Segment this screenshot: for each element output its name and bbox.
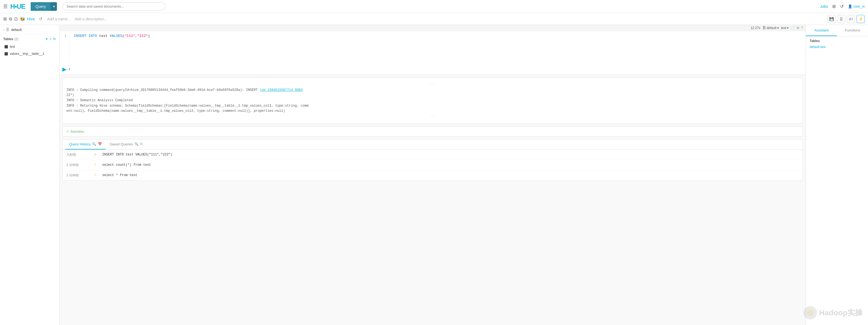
search-icon-saved[interactable]: 🔍 (134, 142, 138, 146)
main-layout: ‹ 🗄 default Tables (2) ▾ + ↻ ⬛ test ⬛ va… (0, 25, 868, 325)
editor-undo-icon[interactable]: ↺ (39, 16, 42, 22)
output-arrow[interactable]: ▾ (69, 67, 70, 71)
database-icon: 🗄 (6, 28, 9, 32)
new-query-icon[interactable]: ⊞ (3, 16, 7, 22)
output-options: ▾ (69, 67, 70, 71)
table-name: test (10, 45, 15, 49)
filter-icon[interactable]: ▾ (46, 37, 48, 41)
table-name: values__tmp__table__1 (10, 52, 44, 56)
history-query[interactable]: select * from test (102, 173, 799, 177)
history-time: 2 分钟前 (66, 173, 88, 178)
code-content-area[interactable]: 1 INSERT INTO test VALUES("111","222") (60, 31, 806, 64)
right-sidebar: Assistant Functions Tables default.test (806, 25, 868, 325)
editor-name-section: 🐝 Hive ↺ Add a name... Add a description… (20, 16, 107, 22)
log-line-1: INFO : Compiling command(queryId=hive_20… (66, 88, 799, 93)
add-table-icon[interactable]: + (49, 37, 52, 41)
info-log: ··· INFO : Compiling command(queryId=hiv… (62, 78, 803, 124)
history-row: 2 分钟前 ! select count(*) from test (63, 160, 803, 170)
log-dots-bottom: ··· (66, 115, 799, 119)
history-table: 几秒前 ✓ INSERT INTO test VALUES("111","222… (63, 150, 803, 180)
history-row: 2 分钟前 ! select * from test (63, 170, 803, 180)
history-query[interactable]: select count(*) from test (102, 163, 799, 167)
results-area: ··· INFO : Compiling command(queryId=hiv… (60, 75, 806, 325)
table-item[interactable]: ⬛ values__tmp__table__1 (0, 50, 59, 57)
editor-toolbar-bar: ⊞ ⧉ ⊡ 🐝 Hive ↺ Add a name... Add a descr… (0, 13, 868, 25)
hamburger-icon[interactable]: ☰ (3, 3, 8, 9)
editor-type-label: Hive (27, 17, 35, 21)
query-history-tab-label: Query History (69, 142, 91, 146)
table-icon: ⬛ (4, 52, 8, 56)
save-doc-button[interactable]: 💾 (827, 15, 835, 23)
editor-meta: 12.27s 🗄 default ▾ text ▾ 📄 ⚙ ? (751, 26, 803, 30)
user-menu[interactable]: 👤 user_w (848, 4, 865, 8)
history-row: 几秒前 ✓ INSERT INTO test VALUES("111","222… (63, 150, 803, 160)
log-dots-top: ··· (66, 82, 799, 87)
query-button-group: Query ▾ (31, 2, 57, 11)
table-item[interactable]: ⬛ test (0, 43, 59, 50)
top-navigation: ☰ H•UE Query ▾ Jobs ⊞ ↺ 👤 user_w (0, 0, 868, 13)
left-sidebar: ‹ 🗄 default Tables (2) ▾ + ↻ ⬛ test ⬛ va… (0, 25, 60, 325)
history-time: 2 分钟前 (66, 163, 88, 167)
tags-button[interactable]: 🏷 (847, 15, 855, 23)
jobs-filter-icon[interactable]: ⊞ (832, 4, 836, 9)
success-message: ✓ Success. (62, 126, 803, 137)
code-editor: 12.27s 🗄 default ▾ text ▾ 📄 ⚙ ? 1 (60, 25, 806, 75)
editor-meta-toolbar: 12.27s 🗄 default ▾ text ▾ 📄 ⚙ ? (60, 25, 806, 31)
editor-area: 12.27s 🗄 default ▾ text ▾ 📄 ⚙ ? 1 (60, 25, 806, 325)
sidebar-collapse-arrow[interactable]: ‹ (3, 28, 4, 32)
hue-logo-h: H (10, 3, 14, 10)
history-time: 几秒前 (66, 152, 88, 157)
jobs-link[interactable]: Jobs (820, 4, 828, 9)
database-row: ‹ 🗄 default (0, 25, 59, 35)
history-status-ok: ✓ (92, 153, 98, 156)
tables-count: (2) (14, 37, 19, 41)
type-selector[interactable]: text ▾ (781, 26, 788, 30)
calendar-icon[interactable]: 📅 (98, 142, 102, 146)
tab-saved-queries[interactable]: Saved Queries 🔍 ↻ (106, 140, 147, 149)
tab-assistant[interactable]: Assistant (806, 25, 837, 36)
run-button-area: ▶ ▾ (60, 64, 806, 75)
toolbar-right: 💾 ☰ 🏷 ⚡ (827, 15, 865, 23)
refresh-icon[interactable]: ↻ (140, 142, 143, 146)
share-button[interactable]: ⚡ (857, 15, 865, 23)
editor-meta-icons: 📄 ⚙ ? (791, 26, 803, 30)
add-description-input[interactable]: Add a description... (74, 17, 107, 21)
log-line-3: INFO : Returning Hive schema: Schema(fie… (66, 104, 799, 109)
log-line-3b: ent:null), FieldSchema(name:values__tmp_… (66, 109, 799, 114)
log-line-2: INFO : Semantic Analysis Completed (66, 98, 799, 103)
query-dropdown-button[interactable]: ▾ (51, 2, 57, 10)
log-line-1b: 22") (66, 93, 799, 98)
search-input[interactable] (62, 2, 165, 10)
line-numbers: 1 (60, 34, 69, 61)
run-query-button[interactable]: ▶ (62, 66, 66, 72)
add-name-input[interactable]: Add a name... (47, 17, 71, 21)
copy-icon[interactable]: ⧉ (9, 17, 12, 22)
history-status-warn: ! (92, 173, 98, 177)
tab-query-history[interactable]: Query History 🔍 📅 (65, 140, 106, 149)
query-main-button[interactable]: Query (31, 2, 51, 11)
settings-icon[interactable]: ⚙ (797, 26, 799, 30)
success-text: ✓ Success. (66, 129, 85, 134)
history-status-warn: ! (92, 163, 98, 167)
table-icon: ⬛ (4, 45, 8, 49)
database-name[interactable]: default (11, 28, 22, 32)
doc-save-icon[interactable]: 📄 (791, 26, 795, 30)
list-view-button[interactable]: ☰ (837, 15, 845, 23)
right-table-item[interactable]: default.test (806, 44, 868, 50)
archive-icon[interactable]: ⊡ (14, 16, 18, 22)
job-link[interactable]: job_1504615587714_0003 (260, 88, 303, 92)
undo-icon[interactable]: ↺ (840, 4, 844, 9)
search-icon[interactable]: 🔍 (92, 142, 96, 146)
hue-logo: H•UE (10, 3, 25, 10)
hue-logo-dot: • (14, 3, 17, 10)
history-query[interactable]: INSERT INTO test VALUES("111","222") (102, 153, 799, 156)
hue-logo-ue: UE (17, 3, 25, 10)
query-history-section: Query History 🔍 📅 Saved Queries 🔍 ↻ 几秒前 … (62, 139, 803, 181)
database-selector[interactable]: 🗄 default ▾ (763, 26, 779, 30)
sql-code[interactable]: INSERT INTO test VALUES("111","222") (69, 34, 154, 61)
tab-functions[interactable]: Functions (837, 25, 868, 36)
saved-queries-tab-label: Saved Queries (110, 142, 133, 146)
refresh-tables-icon[interactable]: ↻ (53, 37, 56, 41)
help-icon[interactable]: ? (801, 26, 803, 30)
nav-right: Jobs ⊞ ↺ 👤 user_w (820, 4, 865, 9)
